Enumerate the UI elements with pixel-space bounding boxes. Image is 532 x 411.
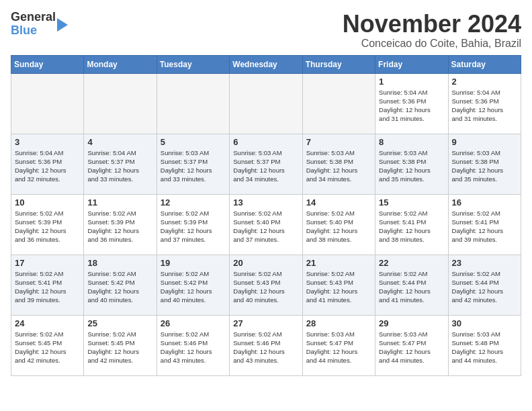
calendar-cell: 15Sunrise: 5:02 AM Sunset: 5:41 PM Dayli… xyxy=(375,194,448,255)
day-info: Sunrise: 5:02 AM Sunset: 5:39 PM Dayligh… xyxy=(161,209,226,244)
calendar-cell: 9Sunrise: 5:03 AM Sunset: 5:38 PM Daylig… xyxy=(448,134,521,194)
logo-blue: Blue xyxy=(11,24,37,37)
day-number: 7 xyxy=(306,137,371,147)
day-number: 28 xyxy=(306,318,371,328)
location-subtitle: Conceicao do Coite, Bahia, Brazil xyxy=(343,38,521,50)
day-info: Sunrise: 5:02 AM Sunset: 5:41 PM Dayligh… xyxy=(15,269,80,305)
day-info: Sunrise: 5:02 AM Sunset: 5:41 PM Dayligh… xyxy=(452,209,517,244)
weekday-header-sunday: Sunday xyxy=(11,55,84,73)
calendar-cell: 24Sunrise: 5:02 AM Sunset: 5:45 PM Dayli… xyxy=(11,315,84,375)
day-number: 18 xyxy=(87,258,152,268)
month-title: November 2024 xyxy=(343,11,521,38)
day-info: Sunrise: 5:04 AM Sunset: 5:36 PM Dayligh… xyxy=(15,148,80,184)
weekday-header-tuesday: Tuesday xyxy=(157,55,229,73)
calendar-cell: 23Sunrise: 5:02 AM Sunset: 5:44 PM Dayli… xyxy=(448,255,521,315)
day-number: 15 xyxy=(379,197,444,208)
day-info: Sunrise: 5:03 AM Sunset: 5:38 PM Dayligh… xyxy=(306,148,371,184)
day-info: Sunrise: 5:02 AM Sunset: 5:43 PM Dayligh… xyxy=(306,269,371,305)
day-number: 29 xyxy=(379,318,444,328)
weekday-header-monday: Monday xyxy=(84,55,157,73)
page-header: General Blue November 2024 Conceicao do … xyxy=(11,11,521,50)
calendar-cell: 20Sunrise: 5:02 AM Sunset: 5:43 PM Dayli… xyxy=(230,255,302,315)
day-info: Sunrise: 5:03 AM Sunset: 5:37 PM Dayligh… xyxy=(233,148,298,184)
calendar-cell xyxy=(157,73,229,134)
day-info: Sunrise: 5:02 AM Sunset: 5:45 PM Dayligh… xyxy=(15,330,80,365)
calendar-cell: 5Sunrise: 5:03 AM Sunset: 5:37 PM Daylig… xyxy=(157,134,229,194)
week-row-2: 3Sunrise: 5:04 AM Sunset: 5:36 PM Daylig… xyxy=(11,134,521,194)
weekday-header-friday: Friday xyxy=(375,55,448,73)
day-info: Sunrise: 5:03 AM Sunset: 5:38 PM Dayligh… xyxy=(379,148,444,184)
day-number: 19 xyxy=(161,258,226,268)
calendar-cell: 25Sunrise: 5:02 AM Sunset: 5:45 PM Dayli… xyxy=(84,315,157,375)
day-number: 1 xyxy=(379,77,444,87)
weekday-header-wednesday: Wednesday xyxy=(230,55,302,73)
week-row-4: 17Sunrise: 5:02 AM Sunset: 5:41 PM Dayli… xyxy=(11,255,521,315)
calendar-cell: 21Sunrise: 5:02 AM Sunset: 5:43 PM Dayli… xyxy=(302,255,375,315)
day-number: 11 xyxy=(87,197,152,208)
day-number: 8 xyxy=(379,137,444,147)
logo-general: General xyxy=(11,10,56,24)
week-row-5: 24Sunrise: 5:02 AM Sunset: 5:45 PM Dayli… xyxy=(11,315,521,375)
day-number: 20 xyxy=(233,258,298,268)
day-info: Sunrise: 5:02 AM Sunset: 5:43 PM Dayligh… xyxy=(233,269,298,305)
calendar-cell xyxy=(84,73,157,134)
day-number: 13 xyxy=(233,197,298,208)
calendar-cell: 19Sunrise: 5:02 AM Sunset: 5:42 PM Dayli… xyxy=(157,255,229,315)
calendar-cell: 28Sunrise: 5:03 AM Sunset: 5:47 PM Dayli… xyxy=(302,315,375,375)
day-number: 14 xyxy=(306,197,371,208)
day-info: Sunrise: 5:02 AM Sunset: 5:44 PM Dayligh… xyxy=(379,269,444,305)
day-number: 22 xyxy=(379,258,444,268)
day-info: Sunrise: 5:02 AM Sunset: 5:46 PM Dayligh… xyxy=(161,330,226,365)
calendar-cell: 1Sunrise: 5:04 AM Sunset: 5:36 PM Daylig… xyxy=(375,73,448,134)
day-info: Sunrise: 5:02 AM Sunset: 5:39 PM Dayligh… xyxy=(87,209,152,244)
day-number: 3 xyxy=(15,137,80,147)
day-info: Sunrise: 5:02 AM Sunset: 5:40 PM Dayligh… xyxy=(306,209,371,244)
calendar-cell: 30Sunrise: 5:03 AM Sunset: 5:48 PM Dayli… xyxy=(448,315,521,375)
day-info: Sunrise: 5:03 AM Sunset: 5:38 PM Dayligh… xyxy=(452,148,517,184)
weekday-header-saturday: Saturday xyxy=(448,55,521,73)
day-number: 30 xyxy=(452,318,517,328)
calendar-cell: 3Sunrise: 5:04 AM Sunset: 5:36 PM Daylig… xyxy=(11,134,84,194)
calendar-cell: 7Sunrise: 5:03 AM Sunset: 5:38 PM Daylig… xyxy=(302,134,375,194)
weekday-header-row: SundayMondayTuesdayWednesdayThursdayFrid… xyxy=(11,55,521,73)
day-info: Sunrise: 5:04 AM Sunset: 5:37 PM Dayligh… xyxy=(87,148,152,184)
day-number: 10 xyxy=(15,197,80,208)
calendar-cell: 14Sunrise: 5:02 AM Sunset: 5:40 PM Dayli… xyxy=(302,194,375,255)
calendar-table: SundayMondayTuesdayWednesdayThursdayFrid… xyxy=(11,55,521,376)
calendar-cell: 29Sunrise: 5:03 AM Sunset: 5:47 PM Dayli… xyxy=(375,315,448,375)
day-info: Sunrise: 5:04 AM Sunset: 5:36 PM Dayligh… xyxy=(452,88,517,124)
calendar-cell: 2Sunrise: 5:04 AM Sunset: 5:36 PM Daylig… xyxy=(448,73,521,134)
calendar-cell: 10Sunrise: 5:02 AM Sunset: 5:39 PM Dayli… xyxy=(11,194,84,255)
calendar-cell: 18Sunrise: 5:02 AM Sunset: 5:42 PM Dayli… xyxy=(84,255,157,315)
day-info: Sunrise: 5:04 AM Sunset: 5:36 PM Dayligh… xyxy=(379,88,444,124)
day-info: Sunrise: 5:03 AM Sunset: 5:37 PM Dayligh… xyxy=(161,148,226,184)
calendar-cell xyxy=(11,73,84,134)
calendar-cell xyxy=(302,73,375,134)
calendar-cell: 6Sunrise: 5:03 AM Sunset: 5:37 PM Daylig… xyxy=(230,134,302,194)
calendar-cell: 11Sunrise: 5:02 AM Sunset: 5:39 PM Dayli… xyxy=(84,194,157,255)
day-number: 16 xyxy=(452,197,517,208)
calendar-cell: 26Sunrise: 5:02 AM Sunset: 5:46 PM Dayli… xyxy=(157,315,229,375)
week-row-1: 1Sunrise: 5:04 AM Sunset: 5:36 PM Daylig… xyxy=(11,73,521,134)
day-number: 6 xyxy=(233,137,298,147)
calendar-cell: 17Sunrise: 5:02 AM Sunset: 5:41 PM Dayli… xyxy=(11,255,84,315)
calendar-cell xyxy=(230,73,302,134)
day-number: 21 xyxy=(306,258,371,268)
day-number: 23 xyxy=(452,258,517,268)
day-number: 17 xyxy=(15,258,80,268)
day-number: 25 xyxy=(87,318,152,328)
calendar-cell: 13Sunrise: 5:02 AM Sunset: 5:40 PM Dayli… xyxy=(230,194,302,255)
day-info: Sunrise: 5:02 AM Sunset: 5:39 PM Dayligh… xyxy=(15,209,80,244)
calendar-cell: 16Sunrise: 5:02 AM Sunset: 5:41 PM Dayli… xyxy=(448,194,521,255)
day-info: Sunrise: 5:02 AM Sunset: 5:41 PM Dayligh… xyxy=(379,209,444,244)
calendar-cell: 4Sunrise: 5:04 AM Sunset: 5:37 PM Daylig… xyxy=(84,134,157,194)
calendar-cell: 8Sunrise: 5:03 AM Sunset: 5:38 PM Daylig… xyxy=(375,134,448,194)
day-info: Sunrise: 5:03 AM Sunset: 5:47 PM Dayligh… xyxy=(306,330,371,365)
day-number: 26 xyxy=(161,318,226,328)
week-row-3: 10Sunrise: 5:02 AM Sunset: 5:39 PM Dayli… xyxy=(11,194,521,255)
day-info: Sunrise: 5:02 AM Sunset: 5:40 PM Dayligh… xyxy=(233,209,298,244)
day-number: 5 xyxy=(161,137,226,147)
day-number: 24 xyxy=(15,318,80,328)
calendar-cell: 27Sunrise: 5:02 AM Sunset: 5:46 PM Dayli… xyxy=(230,315,302,375)
day-number: 2 xyxy=(452,77,517,87)
